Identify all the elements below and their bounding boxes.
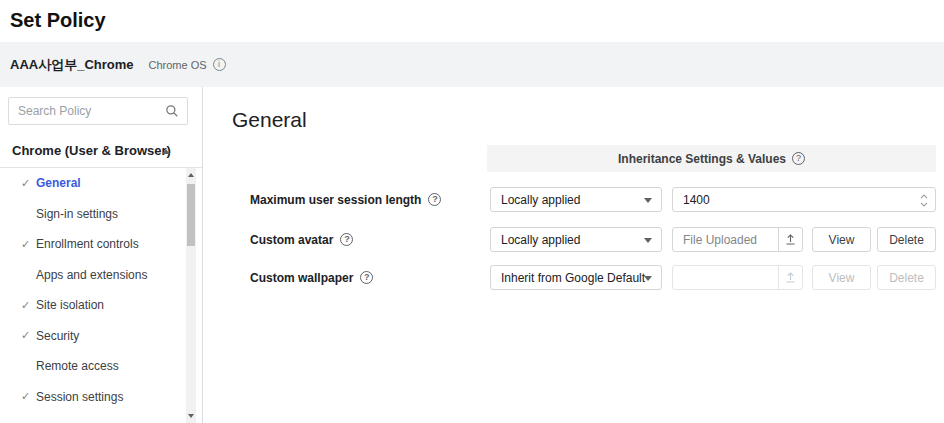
sidebar-scrollbar[interactable] <box>186 168 196 423</box>
view-button: View <box>812 265 871 290</box>
policy-nav-list: ✓ General ✓ Sign-in settings ✓ Enrollmen… <box>0 168 185 423</box>
check-icon: ✓ <box>21 299 33 312</box>
view-button[interactable]: View <box>812 227 871 252</box>
sidebar-item-enrollment-controls[interactable]: ✓ Enrollment controls <box>0 229 185 260</box>
info-icon[interactable]: i <box>213 58 226 71</box>
sidebar-item-remote-access[interactable]: ✓ Remote access <box>0 351 185 382</box>
search-box <box>8 97 188 125</box>
check-icon: ✓ <box>21 390 33 403</box>
scroll-up-icon[interactable] <box>188 173 194 177</box>
upload-icon <box>778 266 802 289</box>
section-heading: General <box>232 108 307 132</box>
policy-label: Maximum user session length ? <box>250 187 441 212</box>
context-bar: AAA사업부_Chrome Chrome OS i <box>0 42 944 87</box>
sidebar-item-sign-in-settings[interactable]: ✓ Sign-in settings <box>0 199 185 230</box>
scrollbar-thumb[interactable] <box>187 184 195 246</box>
session-length-field <box>672 187 936 212</box>
inheritance-dropdown[interactable]: Locally applied <box>490 227 662 252</box>
page-title: Set Policy <box>10 9 106 32</box>
search-input[interactable] <box>18 98 168 124</box>
title-bar: Set Policy <box>0 0 944 42</box>
org-unit-name: AAA사업부_Chrome <box>10 56 134 74</box>
check-icon: ✓ <box>21 177 33 190</box>
policy-label: Custom wallpaper ? <box>250 265 373 290</box>
policy-sidebar: Chrome (User & Browser) ✓ General ✓ Sign… <box>0 87 203 423</box>
inheritance-header: Inheritance Settings & Values ? <box>487 145 936 172</box>
collapse-arrow-icon[interactable] <box>162 149 170 154</box>
check-icon: ✓ <box>21 329 33 342</box>
help-icon[interactable]: ? <box>360 271 373 284</box>
sidebar-section-chrome-user-browser[interactable]: Chrome (User & Browser) <box>0 135 202 167</box>
chevron-down-icon <box>644 238 652 243</box>
search-icon <box>165 104 179 118</box>
number-stepper-icon[interactable] <box>919 192 929 209</box>
help-icon[interactable]: ? <box>340 233 353 246</box>
help-icon[interactable]: ? <box>428 193 441 206</box>
help-icon[interactable]: ? <box>792 152 805 165</box>
set-policy-page: Set Policy AAA사업부_Chrome Chrome OS i Chr… <box>0 0 944 423</box>
session-length-input[interactable] <box>673 188 903 211</box>
chevron-down-icon <box>644 276 652 281</box>
inheritance-dropdown[interactable]: Locally applied <box>490 187 662 212</box>
sidebar-item-apps-and-extensions[interactable]: ✓ Apps and extensions <box>0 260 185 291</box>
check-icon: ✓ <box>21 238 33 251</box>
wallpaper-file-field <box>672 265 803 290</box>
sidebar-item-general[interactable]: ✓ General <box>0 168 185 199</box>
sidebar-item-site-isolation[interactable]: ✓ Site isolation <box>0 290 185 321</box>
chevron-down-icon <box>644 198 652 203</box>
upload-icon[interactable] <box>778 228 802 251</box>
section-label: Chrome (User & Browser) <box>12 143 171 158</box>
avatar-file-field: File Uploaded <box>672 227 803 252</box>
scroll-down-icon[interactable] <box>188 414 194 418</box>
sidebar-item-security[interactable]: ✓ Security <box>0 321 185 352</box>
policy-main-panel: General Inheritance Settings & Values ? … <box>203 87 944 423</box>
delete-button: Delete <box>877 265 936 290</box>
delete-button[interactable]: Delete <box>877 227 936 252</box>
inheritance-dropdown[interactable]: Inherit from Google Default <box>490 265 662 290</box>
policy-label: Custom avatar ? <box>250 227 353 252</box>
sidebar-item-session-settings[interactable]: ✓ Session settings <box>0 382 185 413</box>
platform-label: Chrome OS <box>149 59 207 71</box>
